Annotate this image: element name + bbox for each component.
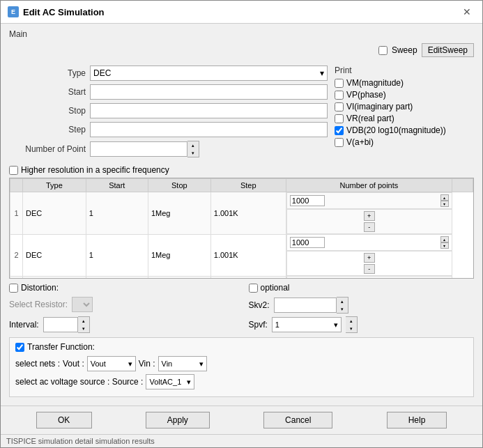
row-add-button[interactable]: +: [364, 211, 375, 221]
vout-value: Vout: [91, 360, 106, 368]
edit-ac-simulation-dialog: E Edit AC Simulation ✕ Main Sweep EditSw…: [0, 0, 483, 448]
vin-arrow: ▾: [199, 360, 204, 369]
skv2-down-arrow[interactable]: ▾: [337, 305, 348, 313]
apply-button[interactable]: Apply: [146, 412, 210, 428]
interval-label: Interval:: [9, 320, 39, 330]
type-select[interactable]: DEC ▾: [90, 65, 328, 81]
vin-dropdown[interactable]: Vin ▾: [158, 356, 207, 371]
start-input[interactable]: 1: [90, 84, 328, 100]
step-label: Step: [9, 125, 86, 134]
table-header-row: Type Start Stop Step Number of points: [10, 179, 473, 192]
print-checkbox-vi[interactable]: [335, 102, 344, 111]
row-remove-button[interactable]: -: [364, 222, 375, 232]
row-points: ▴▾: [286, 192, 452, 209]
transfer-section: Transfer Function: select nets : Vout : …: [9, 337, 474, 397]
optional-label: optional: [261, 283, 290, 293]
row-points-down[interactable]: ▾: [440, 242, 449, 249]
row-add-button[interactable]: +: [364, 253, 375, 263]
row-points-down[interactable]: ▾: [440, 201, 449, 207]
transfer-checkbox[interactable]: [15, 343, 24, 352]
skv2-row: Skv2: 0.900000 ▴ ▾: [249, 297, 475, 314]
row-points-up[interactable]: ▴: [440, 278, 449, 279]
print-option-vi: VI(imaginary part): [335, 102, 474, 111]
skv2-up-arrow[interactable]: ▴: [337, 298, 348, 305]
type-label: Type: [9, 68, 86, 78]
col-actions: [452, 179, 473, 192]
spvf-value: 1: [275, 320, 279, 329]
print-checkbox-vr[interactable]: [335, 114, 344, 123]
vout-arrow: ▾: [128, 360, 132, 369]
row-start: 1: [86, 192, 148, 235]
row-points: ▴▾: [286, 276, 452, 279]
num-points-arrows: ▴ ▾: [187, 141, 199, 157]
type-row: Type DEC ▾: [9, 65, 328, 81]
main-label: Main: [9, 29, 474, 39]
stop-input[interactable]: 1Meg: [90, 103, 328, 118]
higher-res-checkbox[interactable]: [9, 166, 18, 175]
print-checkbox-vab[interactable]: [335, 138, 344, 147]
skv2-input[interactable]: 0.900000: [274, 298, 337, 313]
col-step: Step: [210, 179, 286, 192]
title-bar: E Edit AC Simulation ✕: [1, 1, 482, 24]
table-row: 3DEC11Meg1.001K▴▾+-: [10, 276, 473, 279]
help-button[interactable]: Help: [387, 412, 447, 428]
print-checkbox-vdb[interactable]: [335, 126, 344, 135]
row-points-up[interactable]: ▴: [440, 194, 449, 201]
table-container: Type Start Stop Step Number of points 1D…: [9, 178, 474, 279]
select-nets-label: select nets :: [15, 359, 60, 369]
sweep-row: Sweep EditSweep: [378, 43, 474, 57]
source-dropdown[interactable]: VoltAC_1 ▾: [146, 374, 194, 389]
num-points-down-arrow[interactable]: ▾: [187, 149, 199, 157]
row-points-input[interactable]: [290, 195, 325, 206]
row-stop: 1Meg: [148, 276, 210, 279]
num-points-up-arrow[interactable]: ▴: [187, 141, 199, 149]
close-button[interactable]: ✕: [459, 5, 475, 19]
distortion-checkbox[interactable]: [9, 284, 18, 293]
left-panel: Type DEC ▾ Start 1 Stop 1Meg: [9, 65, 328, 161]
select-resistor-dropdown[interactable]: [72, 297, 93, 312]
spvf-up-arrow[interactable]: ▴: [346, 317, 357, 325]
optional-checkbox[interactable]: [249, 284, 258, 293]
sweep-checkbox[interactable]: [378, 46, 388, 55]
vout-dropdown[interactable]: Vout ▾: [87, 356, 136, 371]
interval-up-arrow[interactable]: ▴: [78, 317, 89, 325]
spvf-dropdown[interactable]: 1 ▾: [272, 317, 342, 332]
print-label-vr: VR(real part): [346, 114, 394, 123]
row-stop: 1Meg: [148, 234, 210, 276]
stop-label: Stop: [9, 106, 86, 116]
main-content: Type DEC ▾ Start 1 Stop 1Meg: [9, 65, 474, 161]
transfer-source-row: select ac voltage source : Source : Volt…: [15, 374, 468, 389]
spvf-down-arrow[interactable]: ▾: [346, 325, 357, 332]
source-value: VoltAC_1: [149, 378, 181, 386]
stop-row: Stop 1Meg: [9, 103, 328, 118]
print-checkbox-vm[interactable]: [335, 79, 344, 88]
col-num: [10, 179, 23, 192]
num-points-input[interactable]: 500: [90, 141, 187, 157]
editsweep-button[interactable]: EditSweep: [422, 43, 474, 57]
interval-input[interactable]: 1: [43, 317, 78, 332]
start-row: Start 1: [9, 84, 328, 100]
col-stop: Stop: [148, 179, 210, 192]
print-option-vab: V(a+bi): [335, 137, 474, 147]
interval-down-arrow[interactable]: ▾: [78, 325, 89, 332]
sweep-label: Sweep: [392, 45, 417, 55]
print-options: VM(magnitude)VP(phase)VI(imaginary part)…: [335, 78, 474, 147]
print-checkbox-vp[interactable]: [335, 91, 344, 100]
print-label-vi: VI(imaginary part): [346, 102, 413, 111]
print-option-vm: VM(magnitude): [335, 78, 474, 88]
row-points-input[interactable]: [290, 237, 325, 248]
row-points-up[interactable]: ▴: [440, 236, 449, 242]
ok-button[interactable]: OK: [36, 412, 92, 428]
print-label: Print: [335, 65, 474, 75]
step-input[interactable]: 2.004006012024K: [90, 122, 328, 137]
print-option-vr: VR(real part): [335, 114, 474, 123]
row-points-arrows: ▴▾: [440, 236, 449, 249]
row-type: DEC: [23, 234, 86, 276]
interval-row: Interval: 1 ▴ ▾: [9, 316, 235, 333]
interval-spinbox: 1 ▴ ▾: [43, 316, 90, 333]
row-remove-button[interactable]: -: [364, 264, 375, 274]
vin-value: Vin: [162, 360, 173, 368]
dialog-title: Edit AC Simulation: [23, 7, 105, 17]
select-resistor-row: Select Resistor:: [9, 297, 235, 312]
cancel-button[interactable]: Cancel: [263, 412, 332, 428]
